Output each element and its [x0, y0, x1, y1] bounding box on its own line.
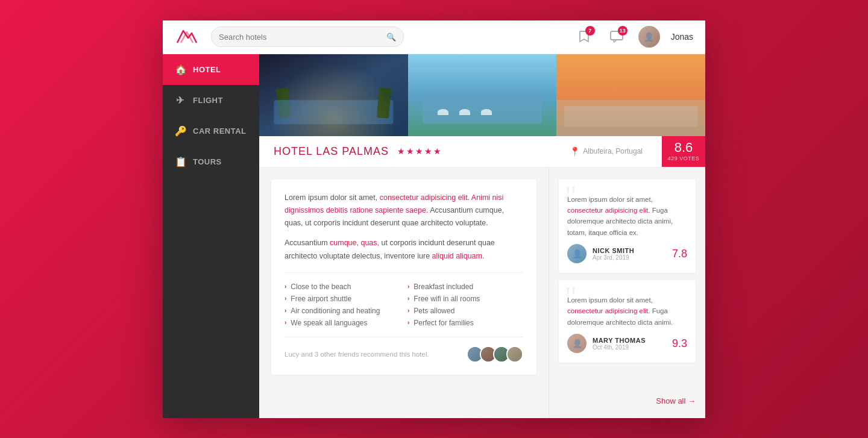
content-area: Lorem ipsum dolor sit amet, consectetur …: [259, 167, 705, 418]
chevron-icon: ›: [285, 295, 286, 302]
description-paragraph-2: Accusantium cumque, quas, ut corporis in…: [285, 237, 523, 263]
reviewer-2: 👤 MARY THOMAS Oct 4th, 2019 9.3: [567, 334, 687, 353]
hotel-image-2: [408, 54, 557, 136]
header: 🔍 7 13 👤 Jonas: [163, 20, 705, 54]
sidebar-label-flight: FLIGHT: [193, 96, 223, 105]
description-card: Lorem ipsum dolor sit amet, consectetur …: [271, 180, 536, 375]
tours-icon: 📋: [175, 156, 186, 167]
feature-label: Pets allowed: [414, 307, 454, 315]
chevron-icon: ›: [407, 319, 409, 326]
body: 🏠 HOTEL ✈ FLIGHT 🔑 CAR RENTAL 📋 TOURS: [163, 54, 705, 418]
right-panel: " Lorem ipsum dolor sit amet, consectetu…: [549, 167, 705, 418]
sidebar-label-hotel: HOTEL: [193, 65, 221, 74]
user-name: Jonas: [671, 32, 693, 42]
review-text-2: Lorem ipsum dolor sit amet, consectetur …: [567, 290, 687, 328]
features-section: › Close to the beach › Breakfast include…: [285, 272, 523, 327]
sidebar-item-hotel[interactable]: 🏠 HOTEL: [163, 54, 259, 85]
reviewer-date-1: Apr 3rd, 2019: [593, 254, 666, 261]
search-input[interactable]: [219, 33, 386, 42]
feature-pets: › Pets allowed: [407, 307, 523, 315]
feature-label: Perfect for families: [414, 319, 473, 327]
chevron-icon: ›: [285, 307, 286, 314]
quote-mark-1: ": [565, 182, 577, 211]
logo[interactable]: [175, 25, 211, 49]
description-paragraph-1: Lorem ipsum dolor sit amet, consectetur …: [285, 192, 523, 230]
location-text: Albufeira, Portugal: [583, 147, 643, 155]
sidebar-item-car-rental[interactable]: 🔑 CAR RENTAL: [163, 116, 259, 146]
rating-votes: 429 VOTES: [668, 155, 700, 161]
friend-avatar-4: [506, 346, 523, 363]
reviewer-avatar-2: 👤: [567, 334, 587, 353]
friends-bar: Lucy and 3 other friends recommend this …: [285, 337, 523, 363]
chevron-icon: ›: [407, 295, 409, 302]
reviewer-avatar-1: 👤: [567, 244, 587, 263]
bookmark-button[interactable]: 7: [573, 26, 595, 48]
sidebar-label-tours: TOURS: [193, 157, 222, 166]
reviewer-name-2: MARY THOMAS: [593, 337, 666, 344]
reviewer-info-1: NICK SMITH Apr 3rd, 2019: [593, 247, 666, 261]
hotel-location: 📍 Albufeira, Portugal: [570, 146, 643, 156]
feature-label: Free wifi in all rooms: [414, 295, 480, 303]
feature-wifi: › Free wifi in all rooms: [407, 295, 523, 303]
search-icon: 🔍: [386, 33, 396, 42]
review-card-2: " Lorem ipsum dolor sit amet, consectetu…: [559, 280, 696, 363]
friends-recommend-text: Lucy and 3 other friends recommend this …: [285, 351, 429, 358]
reviewer-name-1: NICK SMITH: [593, 247, 666, 254]
feature-label: We speak all languages: [291, 319, 367, 327]
sidebar-item-flight[interactable]: ✈ FLIGHT: [163, 85, 259, 116]
rating-box: 8.6 429 VOTES: [662, 136, 705, 167]
hotel-stars: ★★★★★: [397, 146, 442, 156]
chevron-icon: ›: [285, 319, 286, 326]
sidebar: 🏠 HOTEL ✈ FLIGHT 🔑 CAR RENTAL 📋 TOURS: [163, 54, 259, 418]
bookmark-badge: 7: [585, 26, 595, 36]
hotel-info-bar: HOTEL LAS PALMAS ★★★★★ 📍 Albufeira, Port…: [259, 136, 705, 167]
flight-icon: ✈: [175, 95, 186, 106]
search-bar[interactable]: 🔍: [211, 27, 404, 47]
chevron-icon: ›: [407, 307, 409, 314]
hotel-icon: 🏠: [175, 64, 186, 75]
feature-ac: › Air conditioning and heating: [285, 307, 400, 315]
feature-label: Air conditioning and heating: [291, 307, 380, 315]
feature-close-beach: › Close to the beach: [285, 283, 400, 291]
show-all-bar: Show all →: [559, 390, 696, 406]
location-pin-icon: 📍: [570, 146, 580, 156]
feature-label: Free airport shuttle: [291, 295, 351, 303]
sidebar-item-tours[interactable]: 📋 TOURS: [163, 146, 259, 177]
rating-score: 8.6: [675, 141, 693, 154]
hotel-image-3: [556, 54, 705, 136]
hotel-name: HOTEL LAS PALMAS: [274, 145, 389, 158]
messages-badge: 13: [618, 26, 627, 36]
main-content: HOTEL LAS PALMAS ★★★★★ 📍 Albufeira, Port…: [259, 54, 705, 418]
chevron-icon: ›: [407, 283, 409, 290]
user-avatar[interactable]: 👤: [638, 26, 660, 48]
hotel-images: [259, 54, 705, 136]
reviewer-date-2: Oct 4th, 2019: [593, 344, 666, 351]
review-text-1: Lorem ipsum dolor sit amet, consectetur …: [567, 189, 687, 239]
reviewer-score-2: 9.3: [672, 337, 687, 350]
reviewer-1: 👤 NICK SMITH Apr 3rd, 2019 7.8: [567, 244, 687, 263]
feature-label: Breakfast included: [414, 283, 473, 291]
quote-mark-2: ": [565, 283, 577, 311]
hotel-image-1: [259, 54, 408, 136]
reviewer-score-1: 7.8: [672, 248, 687, 260]
header-right: 7 13 👤 Jonas: [573, 26, 693, 48]
feature-languages: › We speak all languages: [285, 319, 400, 327]
review-card-1: " Lorem ipsum dolor sit amet, consectetu…: [559, 180, 696, 274]
sidebar-label-car-rental: CAR RENTAL: [193, 127, 247, 136]
messages-button[interactable]: 13: [606, 26, 627, 48]
feature-label: Close to the beach: [291, 283, 351, 291]
left-panel: Lorem ipsum dolor sit amet, consectetur …: [259, 167, 549, 418]
chevron-icon: ›: [285, 283, 286, 290]
app-container: 🔍 7 13 👤 Jonas: [163, 20, 705, 418]
reviewer-info-2: MARY THOMAS Oct 4th, 2019: [593, 337, 666, 351]
friends-avatars: [467, 346, 523, 363]
car-icon: 🔑: [175, 125, 186, 137]
show-all-link[interactable]: Show all →: [656, 396, 696, 405]
feature-families: › Perfect for families: [407, 319, 523, 327]
feature-breakfast: › Breakfast included: [407, 283, 523, 291]
feature-shuttle: › Free airport shuttle: [285, 295, 400, 303]
